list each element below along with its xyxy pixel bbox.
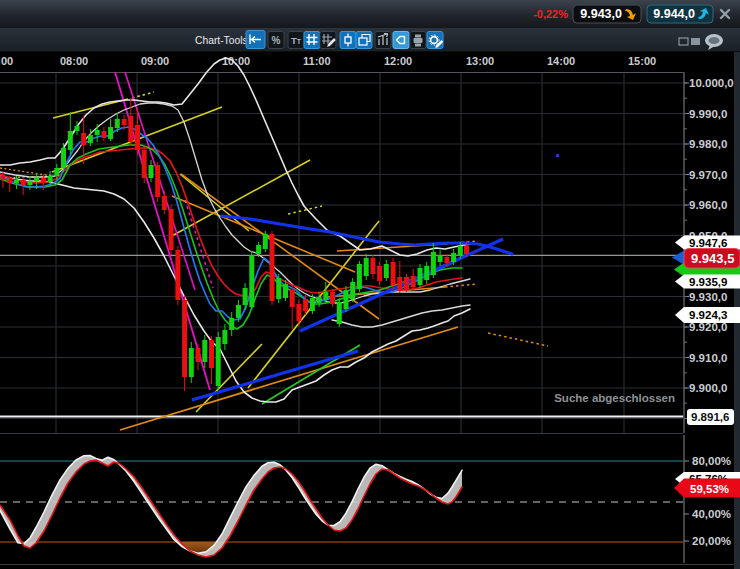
svg-text:9.935,9: 9.935,9: [689, 276, 727, 288]
svg-text:-0,22%: -0,22%: [533, 8, 568, 20]
svg-text:%: %: [272, 35, 281, 46]
svg-text:9.960,0: 9.960,0: [689, 199, 727, 211]
svg-text:9.943,0: 9.943,0: [580, 7, 622, 21]
svg-text:Suche abgeschlossen: Suche abgeschlossen: [554, 392, 675, 404]
svg-text:9.980,0: 9.980,0: [689, 138, 727, 150]
svg-text:9.990,0: 9.990,0: [689, 108, 727, 120]
svg-text:11:00: 11:00: [303, 55, 331, 67]
svg-text:08:00: 08:00: [60, 55, 88, 67]
svg-text:07:00: 07:00: [0, 55, 13, 67]
svg-text:9.970,0: 9.970,0: [689, 169, 727, 181]
svg-text:12:00: 12:00: [384, 55, 412, 67]
svg-text:9.891,6: 9.891,6: [691, 411, 729, 423]
svg-text:09:00: 09:00: [141, 55, 169, 67]
svg-text:15:00: 15:00: [628, 55, 656, 67]
svg-text:10.000,0: 10.000,0: [689, 77, 734, 89]
svg-text:Chart-Tools: Chart-Tools: [195, 35, 248, 46]
svg-text:13:00: 13:00: [466, 55, 494, 67]
svg-text:9.910,0: 9.910,0: [689, 352, 727, 364]
svg-text:20,00%: 20,00%: [692, 535, 731, 547]
svg-text:80,00%: 80,00%: [692, 455, 731, 467]
svg-text:9.924,3: 9.924,3: [689, 309, 727, 321]
svg-text:9.943,5: 9.943,5: [691, 251, 734, 266]
svg-text:14:00: 14:00: [547, 55, 575, 67]
svg-text:59,53%: 59,53%: [690, 483, 729, 495]
svg-text:9.944,0: 9.944,0: [653, 7, 695, 21]
svg-text:40,00%: 40,00%: [692, 508, 731, 520]
svg-text:9.930,0: 9.930,0: [689, 291, 727, 303]
svg-text:9.900,0: 9.900,0: [689, 382, 727, 394]
svg-text:9.947,6: 9.947,6: [689, 237, 727, 249]
